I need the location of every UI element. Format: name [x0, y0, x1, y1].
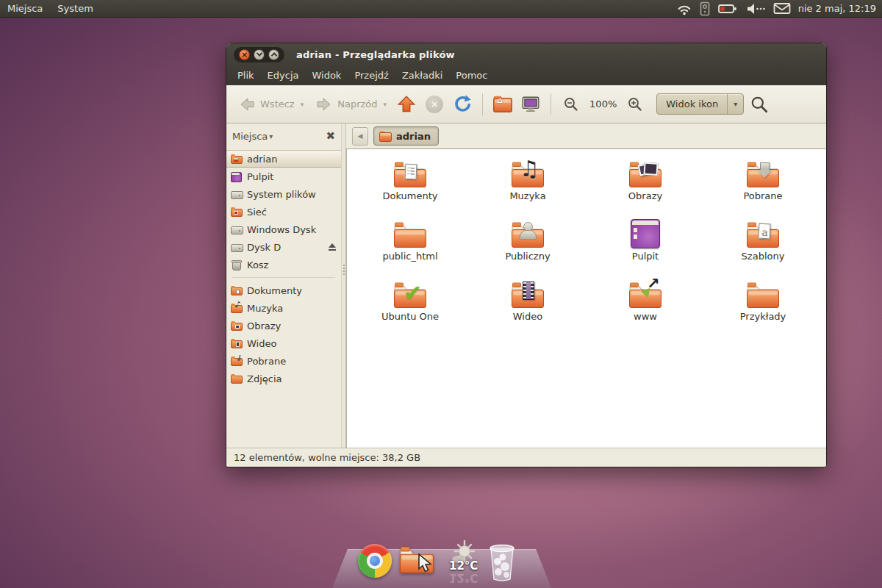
path-button-adrian[interactable]: adrian	[373, 126, 439, 146]
menu-plik[interactable]: Plik	[231, 67, 261, 84]
sidebar-item[interactable]: Wideo	[226, 334, 341, 352]
folder-icon	[392, 218, 428, 251]
pane-resize-handle[interactable]	[341, 123, 346, 448]
home-folder-button[interactable]: ⌂	[490, 92, 515, 117]
sidebar-places-list: adrian Pulpit	[226, 150, 341, 273]
forward-dropdown-icon[interactable]: ▾	[384, 101, 387, 108]
file-item[interactable]: Szablony	[704, 218, 822, 279]
folder-emblem-icon	[638, 162, 653, 176]
window-title: adrian - Przeglądarka plików	[296, 49, 455, 60]
view-mode-dropdown[interactable]: Widok ikon ▾	[656, 93, 744, 115]
sidebar-item[interactable]: Sieć	[226, 203, 341, 220]
folder-emblem-icon	[405, 164, 417, 180]
refresh-button[interactable]	[450, 92, 475, 117]
sidebar-item-icon	[231, 373, 243, 384]
sidebar-item-label: Dysk D	[247, 242, 281, 253]
up-arrow-icon	[397, 95, 416, 114]
volume-icon[interactable]	[745, 2, 766, 15]
back-dropdown-icon[interactable]: ▾	[301, 101, 304, 108]
file-item[interactable]: public_html	[351, 218, 469, 279]
wifi-icon[interactable]	[676, 1, 692, 17]
zoom-in-icon	[627, 96, 643, 112]
file-item[interactable]: Publiczny	[469, 218, 587, 279]
sidebar-item-label: Wideo	[247, 338, 276, 349]
chrome-icon[interactable]	[358, 544, 392, 578]
minimize-button[interactable]	[254, 49, 265, 60]
menu-edycja[interactable]: Edycja	[261, 67, 306, 84]
battery-icon[interactable]	[717, 2, 738, 15]
sidebar-item[interactable]: System plików	[226, 185, 341, 203]
zoom-in-button[interactable]	[623, 92, 648, 117]
file-item[interactable]: Pulpit	[587, 218, 704, 279]
search-button[interactable]	[747, 92, 772, 117]
file-item[interactable]: Muzyka	[469, 158, 587, 218]
sidebar-item[interactable]: Muzyka	[226, 299, 341, 317]
file-label: Pulpit	[632, 251, 659, 262]
file-item[interactable]: Dokumenty	[351, 158, 469, 218]
file-item[interactable]: Przykłady	[704, 279, 822, 339]
folder-icon	[628, 218, 663, 251]
sidebar-item[interactable]: Zdjęcia	[226, 370, 341, 387]
sidebar-item[interactable]: Pobrane	[226, 352, 341, 370]
panel-menu-places[interactable]: Miejsca	[0, 0, 50, 18]
folder-emblem-icon	[631, 219, 660, 248]
sidebar-close-icon[interactable]: ✖	[326, 129, 335, 143]
stop-button[interactable]: ×	[422, 92, 447, 117]
sidebar-item[interactable]: Windows Dysk	[226, 220, 341, 238]
forward-button[interactable]: Naprzód▾	[311, 93, 391, 116]
weather-widget[interactable]: 12°C 12°C	[447, 539, 485, 581]
sidebar-item[interactable]: Dokumenty	[226, 282, 341, 299]
folder-icon	[745, 158, 781, 190]
file-item[interactable]: Pobrane	[704, 158, 822, 218]
sidebar-item-icon	[231, 188, 243, 200]
stop-icon: ×	[426, 96, 443, 113]
file-grid: Dokumenty Muzyka	[347, 149, 826, 339]
zoom-level: 100%	[589, 98, 617, 110]
sidebar-dropdown-arrow-icon[interactable]: ▾	[269, 132, 273, 140]
menu-pomoc[interactable]: Pomoc	[449, 67, 494, 84]
trash-icon[interactable]	[485, 542, 519, 582]
sidebar-item[interactable]: adrian	[226, 150, 341, 168]
eject-icon[interactable]	[328, 243, 337, 251]
sidebar-item-label: Sieć	[247, 207, 267, 218]
view-dropdown-arrow-icon: ▾	[727, 94, 743, 114]
back-button[interactable]: Wstecz▾	[234, 93, 308, 116]
close-button[interactable]: ×	[239, 49, 250, 60]
sidebar-item-icon	[231, 223, 243, 235]
icon-view[interactable]: Dokumenty Muzyka	[346, 148, 826, 448]
computer-button[interactable]	[518, 92, 543, 117]
sidebar-item[interactable]: Dysk D	[226, 238, 341, 256]
path-scroll-left-button[interactable]: ◀	[352, 127, 368, 146]
menu-zakladki[interactable]: Zakładki	[395, 67, 449, 84]
file-item[interactable]: Ubuntu One	[351, 279, 469, 339]
home-glyph: ⌂	[497, 96, 503, 105]
sidebar-item-icon	[231, 153, 243, 165]
file-label: www	[634, 311, 657, 322]
mail-icon[interactable]	[773, 2, 791, 15]
folder-icon	[379, 131, 392, 142]
sidebar-item-label: Muzyka	[247, 303, 283, 314]
sidebar-item[interactable]: Kosz	[226, 256, 341, 273]
file-item[interactable]: www	[587, 279, 704, 339]
file-label: Wideo	[513, 311, 542, 322]
titlebar[interactable]: × adrian - Przeglądarka plików	[226, 43, 826, 65]
file-item[interactable]: Obrazy	[587, 158, 704, 218]
device-icon[interactable]	[700, 1, 710, 16]
zoom-out-button[interactable]	[559, 92, 584, 117]
pathbar: ◀ adrian	[346, 123, 826, 148]
clock[interactable]: nie 2 maj, 12:19	[798, 3, 876, 14]
sidebar-item[interactable]: Obrazy	[226, 317, 341, 334]
sidebar-item[interactable]: Pulpit	[226, 168, 341, 185]
maximize-button[interactable]	[268, 49, 279, 60]
menu-widok[interactable]: Widok	[305, 67, 348, 84]
sidebar-mode-dropdown[interactable]: Miejsca	[232, 131, 268, 142]
panel-menu-system[interactable]: System	[50, 0, 100, 18]
folder-icon	[628, 279, 663, 311]
sidebar-bookmarks-list: Dokumenty Muzyka	[226, 282, 341, 387]
sidebar-item-icon	[231, 171, 243, 182]
menu-przejdz[interactable]: Przejdź	[348, 67, 395, 84]
up-button[interactable]	[394, 92, 419, 117]
file-item[interactable]: Wideo	[469, 279, 587, 339]
zoom-out-icon	[563, 96, 579, 112]
top-panel: Miejsca System	[0, 0, 882, 18]
